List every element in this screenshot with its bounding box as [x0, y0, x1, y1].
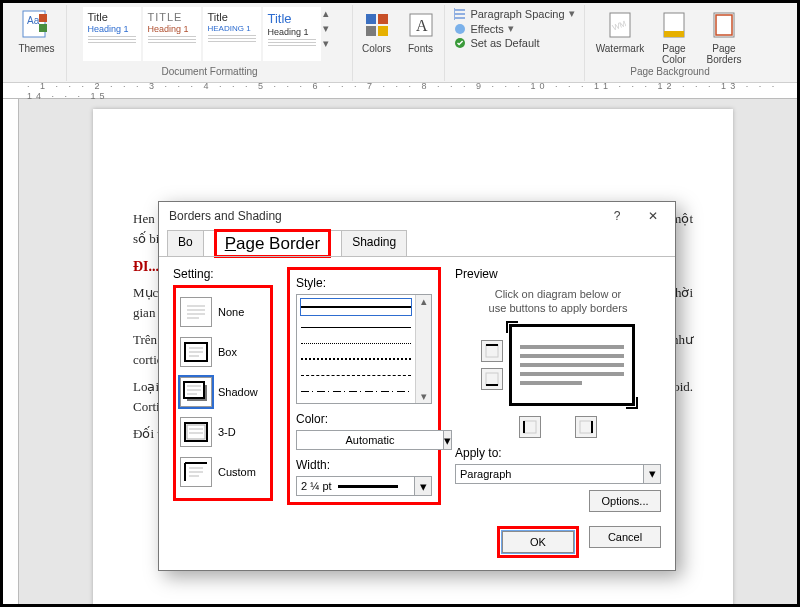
setting-custom-icon — [180, 457, 212, 487]
border-left-toggle[interactable] — [519, 416, 541, 438]
effects-button[interactable]: Effects▾ — [454, 22, 574, 35]
svg-rect-15 — [664, 31, 684, 37]
tab-borders[interactable]: Bo — [167, 230, 204, 257]
colors-button[interactable]: Colors — [357, 7, 397, 56]
setting-none-icon — [180, 297, 212, 327]
svg-text:A: A — [416, 17, 428, 34]
svg-rect-23 — [486, 345, 498, 357]
ribbon-group-colors-fonts: Colors A Fonts — [353, 5, 445, 81]
chevron-down-icon: ▾ — [649, 466, 656, 481]
preview-label: Preview — [455, 267, 661, 281]
setting-label: Setting: — [173, 267, 273, 281]
dialog-body: Setting: None Box Shadow — [159, 257, 675, 520]
border-top-toggle[interactable] — [481, 340, 503, 362]
check-icon — [454, 37, 466, 49]
setting-custom[interactable]: Custom — [180, 452, 266, 492]
svg-rect-16 — [714, 13, 734, 37]
page-background-label: Page Background — [585, 65, 755, 79]
style-option-solid-thick[interactable] — [301, 299, 411, 315]
dialog-close-button[interactable]: ✕ — [635, 204, 671, 228]
chevron-down-icon: ▾ — [421, 390, 427, 403]
style-card-3[interactable]: Title Heading 1 — [263, 7, 321, 61]
border-bottom-toggle[interactable] — [481, 368, 503, 390]
color-dropdown-button[interactable]: ▾ — [443, 430, 452, 450]
watermark-button[interactable]: WM Watermark — [592, 7, 648, 56]
ok-button[interactable]: OK — [502, 531, 574, 553]
chevron-down-icon: ▾ — [444, 433, 451, 448]
color-label: Color: — [296, 412, 432, 426]
dialog-tabs: Bo Page Border Shading — [159, 230, 675, 257]
chevron-up-icon: ▴ — [421, 295, 427, 308]
options-button[interactable]: Options... — [589, 490, 661, 512]
svg-rect-26 — [580, 421, 592, 433]
dialog-title: Borders and Shading — [169, 209, 282, 223]
setting-shadow[interactable]: Shadow — [180, 372, 266, 412]
setting-panel: None Box Shadow 3-D — [173, 285, 273, 501]
svg-rect-3 — [39, 24, 47, 32]
style-card-1[interactable]: TITLE Heading 1 — [143, 7, 201, 61]
setting-box-icon — [180, 337, 212, 367]
themes-label: Themes — [18, 43, 54, 54]
apply-to-value[interactable] — [455, 464, 643, 484]
set-default-button[interactable]: Set as Default — [454, 37, 574, 49]
setting-box[interactable]: Box — [180, 332, 266, 372]
svg-rect-5 — [378, 14, 388, 24]
ribbon-group-page-background: WM Watermark Page Color Page Borders Pag… — [585, 5, 755, 81]
svg-rect-25 — [524, 421, 536, 433]
fonts-icon: A — [405, 9, 437, 41]
apply-to-label: Apply to: — [455, 446, 661, 460]
style-list[interactable]: ▴▾ — [296, 294, 432, 404]
paragraph-spacing-button[interactable]: Paragraph Spacing▾ — [454, 7, 574, 20]
style-gallery-more[interactable]: ▴▾▾ — [323, 7, 337, 50]
svg-text:Aa: Aa — [27, 15, 40, 26]
style-scroll[interactable]: ▴▾ — [415, 295, 431, 403]
style-option-dotted[interactable] — [301, 351, 411, 367]
style-option-dashed[interactable] — [301, 367, 411, 383]
horizontal-ruler: · 1 · · · 2 · · · 3 · · · 4 · · · 5 · · … — [3, 83, 797, 99]
ribbon-group-spacing: Paragraph Spacing▾ Effects▾ Set as Defau… — [445, 5, 585, 81]
cancel-button[interactable]: Cancel — [589, 526, 661, 548]
close-icon: ✕ — [648, 209, 658, 223]
colors-icon — [361, 9, 393, 41]
svg-rect-6 — [366, 26, 376, 36]
themes-button[interactable]: Aa Themes — [14, 7, 60, 56]
page-color-button[interactable]: Page Color — [652, 7, 696, 67]
page-borders-icon — [708, 9, 740, 41]
style-option-solid-thin[interactable] — [301, 319, 411, 335]
color-value[interactable] — [296, 430, 443, 450]
color-combo[interactable]: ▾ — [296, 430, 432, 450]
chevron-down-icon: ▾ — [420, 479, 427, 494]
style-option-dotted-fine[interactable] — [301, 335, 411, 351]
width-value: 2 ¼ pt — [301, 480, 332, 492]
page-borders-button[interactable]: Page Borders — [700, 7, 748, 67]
dialog-titlebar[interactable]: Borders and Shading ? ✕ — [159, 202, 675, 230]
svg-rect-2 — [39, 14, 47, 22]
ok-callout: OK — [497, 526, 579, 558]
setting-shadow-icon — [180, 377, 212, 407]
apply-to-combo[interactable]: ▾ — [455, 464, 661, 484]
dialog-help-button[interactable]: ? — [599, 204, 635, 228]
setting-3d[interactable]: 3-D — [180, 412, 266, 452]
svg-rect-7 — [378, 26, 388, 36]
setting-none[interactable]: None — [180, 292, 266, 332]
svg-point-10 — [455, 24, 465, 34]
apply-to-dropdown-button[interactable]: ▾ — [643, 464, 661, 484]
preview-thumb[interactable] — [509, 324, 635, 406]
watermark-icon: WM — [604, 9, 636, 41]
width-combo[interactable]: 2 ¼ pt ▾ — [296, 476, 432, 496]
border-right-toggle[interactable] — [575, 416, 597, 438]
page-border-callout: Page Border — [214, 229, 331, 258]
dialog-footer: OK Cancel — [159, 520, 675, 570]
borders-shading-dialog: Borders and Shading ? ✕ Bo Page Border S… — [158, 201, 676, 571]
ribbon: Aa Themes Title Heading 1 TITLE Heading … — [3, 3, 797, 83]
tab-shading[interactable]: Shading — [341, 230, 407, 257]
tab-page-border[interactable]: Page Border — [203, 230, 342, 257]
fonts-button[interactable]: A Fonts — [401, 7, 441, 56]
width-label: Width: — [296, 458, 432, 472]
workspace: Hen phế quản là một bệnh viêm đường hô h… — [3, 99, 797, 604]
style-option-dash-dot[interactable] — [301, 383, 411, 399]
ribbon-group-themes: Aa Themes — [7, 5, 67, 81]
width-dropdown-button[interactable]: ▾ — [414, 476, 432, 496]
style-card-2[interactable]: Title HEADING 1 — [203, 7, 261, 61]
style-card-0[interactable]: Title Heading 1 — [83, 7, 141, 61]
